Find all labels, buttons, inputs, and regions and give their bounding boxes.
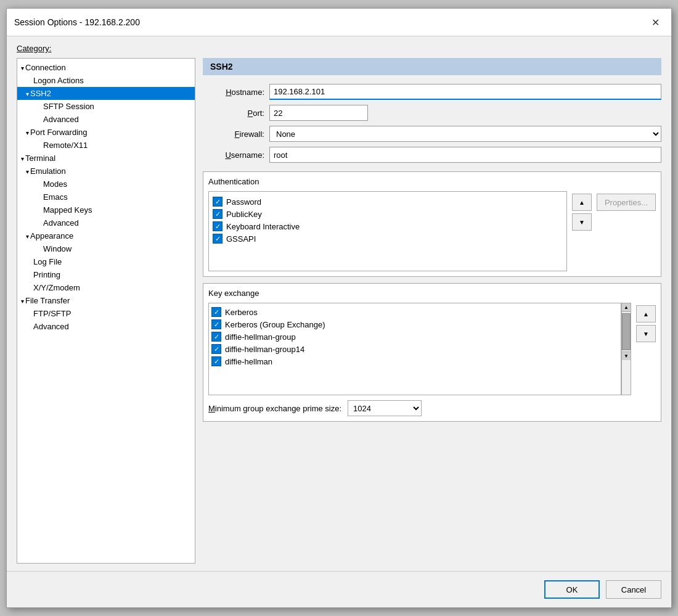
kex-down-button[interactable]: ▼	[636, 325, 656, 342]
tree-item-connection[interactable]: ▾Connection	[17, 61, 195, 74]
auth-item-gssapi[interactable]: ✓GSSAPI	[213, 232, 563, 245]
title-bar: Session Options - 192.168.2.200 ✕	[7, 9, 671, 36]
kex-checkbox-kerberos[interactable]: ✓	[211, 307, 221, 317]
form-area: Hostname: Port: Firewall:	[203, 81, 661, 165]
kex-label-kerberos-group: Kerberos (Group Exchange)	[225, 320, 325, 329]
tree-label-file-transfer: File Transfer	[25, 296, 70, 305]
tree-item-window[interactable]: Window	[17, 242, 195, 255]
tree-item-advanced-ssh2[interactable]: Advanced	[17, 113, 195, 126]
tree-item-remote-x11[interactable]: Remote/X11	[17, 139, 195, 152]
tree-item-port-forwarding[interactable]: ▾Port Forwarding	[17, 126, 195, 139]
tree-item-terminal[interactable]: ▾Terminal	[17, 152, 195, 165]
close-button[interactable]: ✕	[647, 14, 664, 31]
kex-checkbox-kerberos-group[interactable]: ✓	[211, 319, 221, 329]
auth-checkbox-gssapi[interactable]: ✓	[213, 234, 223, 244]
tree-item-mapped-keys[interactable]: Mapped Keys	[17, 203, 195, 216]
hostname-label: Hostname:	[203, 88, 264, 97]
tree-item-log-file[interactable]: Log File	[17, 255, 195, 268]
min-group-select[interactable]: 102420484096	[348, 400, 422, 416]
kex-up-button[interactable]: ▲	[636, 305, 656, 322]
authentication-section: Authentication ✓Password✓PublicKey✓Keybo…	[203, 171, 661, 277]
firewall-row: Firewall: NoneSOCKS4SOCKS5HTTP	[203, 126, 661, 142]
auth-arrows: ▲ ▼	[572, 191, 592, 271]
auth-item-keyboard-interactive[interactable]: ✓Keyboard Interactive	[213, 220, 563, 232]
auth-label-keyboard-interactive: Keyboard Interactive	[226, 222, 300, 231]
scrollbar-up-icon: ▲	[622, 303, 631, 312]
kex-item-kerberos[interactable]: ✓Kerberos	[211, 306, 618, 318]
username-input[interactable]	[269, 147, 661, 163]
tree-label-advanced-ft: Advanced	[33, 322, 69, 331]
scrollbar-thumb[interactable]	[622, 313, 631, 350]
dialog-title: Session Options - 192.168.2.200	[14, 17, 140, 27]
tree-arrow-ssh2: ▾	[26, 91, 29, 97]
main-content: ▾ConnectionLogon Actions▾SSH2SFTP Sessio…	[17, 58, 661, 564]
kex-label-kerberos: Kerberos	[225, 308, 258, 317]
auth-down-button[interactable]: ▼	[572, 213, 592, 231]
tree-item-emulation[interactable]: ▾Emulation	[17, 165, 195, 178]
firewall-label: Firewall:	[203, 129, 264, 139]
kex-list: ✓Kerberos✓Kerberos (Group Exchange)✓diff…	[208, 303, 621, 395]
dialog-body: Category: ▾ConnectionLogon Actions▾SSH2S…	[7, 36, 671, 571]
ok-button[interactable]: OK	[544, 580, 600, 599]
auth-label-gssapi: GSSAPI	[226, 234, 256, 244]
tree-item-ftp-sftp[interactable]: FTP/SFTP	[17, 307, 195, 320]
tree-arrow-emulation: ▾	[26, 168, 29, 175]
properties-button[interactable]: Properties...	[597, 194, 656, 211]
kex-item-dh-group[interactable]: ✓diffie-hellman-group	[211, 331, 618, 343]
kex-label-dh: diffie-hellman	[225, 357, 272, 366]
hostname-row: Hostname:	[203, 84, 661, 100]
port-label: Port:	[203, 109, 264, 118]
tree-label-xyz-modem: X/Y/Zmodem	[33, 283, 80, 292]
kex-label-dh-group: diffie-hellman-group	[225, 332, 296, 342]
firewall-select[interactable]: NoneSOCKS4SOCKS5HTTP	[269, 126, 661, 142]
auth-checkbox-password[interactable]: ✓	[213, 197, 223, 207]
auth-item-publickey[interactable]: ✓PublicKey	[213, 208, 563, 220]
port-input[interactable]	[269, 105, 368, 121]
tree-item-xyz-modem[interactable]: X/Y/Zmodem	[17, 281, 195, 294]
tree-item-printing[interactable]: Printing	[17, 268, 195, 281]
tree-label-printing: Printing	[33, 270, 60, 279]
category-tree[interactable]: ▾ConnectionLogon Actions▾SSH2SFTP Sessio…	[17, 58, 195, 564]
session-options-dialog: Session Options - 192.168.2.200 ✕ Catego…	[6, 8, 672, 608]
auth-up-button[interactable]: ▲	[572, 194, 592, 211]
tree-item-advanced-terminal[interactable]: Advanced	[17, 216, 195, 229]
auth-list: ✓Password✓PublicKey✓Keyboard Interactive…	[208, 191, 567, 271]
kex-inner: ✓Kerberos✓Kerberos (Group Exchange)✓diff…	[208, 303, 656, 395]
auth-inner: ✓Password✓PublicKey✓Keyboard Interactive…	[208, 191, 656, 271]
tree-arrow-terminal: ▾	[21, 155, 24, 162]
kex-scrollbar[interactable]: ▲ ▼	[621, 303, 631, 395]
hostname-input[interactable]	[269, 84, 661, 100]
tree-label-remote-x11: Remote/X11	[43, 141, 88, 150]
cancel-button[interactable]: Cancel	[606, 580, 661, 599]
tree-item-advanced-ft[interactable]: Advanced	[17, 320, 195, 333]
auth-label-publickey: PublicKey	[226, 210, 262, 219]
tree-arrow-appearance: ▾	[26, 233, 29, 240]
tree-label-advanced-ssh2: Advanced	[43, 115, 79, 124]
kex-checkbox-dh-group[interactable]: ✓	[211, 332, 221, 342]
auth-item-password[interactable]: ✓Password	[213, 195, 563, 208]
kex-item-kerberos-group[interactable]: ✓Kerberos (Group Exchange)	[211, 318, 618, 331]
tree-item-logon-actions[interactable]: Logon Actions	[17, 74, 195, 87]
tree-item-file-transfer[interactable]: ▾File Transfer	[17, 294, 195, 307]
tree-label-ftp-sftp: FTP/SFTP	[33, 309, 71, 318]
tree-label-log-file: Log File	[33, 257, 62, 266]
kex-checkbox-dh[interactable]: ✓	[211, 356, 221, 366]
key-exchange-section: Key exchange ✓Kerberos✓Kerberos (Group E…	[203, 283, 661, 422]
tree-item-sftp-session[interactable]: SFTP Session	[17, 100, 195, 113]
auth-checkbox-publickey[interactable]: ✓	[213, 209, 223, 219]
auth-checkbox-keyboard-interactive[interactable]: ✓	[213, 221, 223, 231]
tree-item-modes[interactable]: Modes	[17, 178, 195, 191]
kex-checkbox-dh-group14[interactable]: ✓	[211, 344, 221, 354]
tree-item-emacs[interactable]: Emacs	[17, 191, 195, 203]
kex-label-dh-group14: diffie-hellman-group14	[225, 345, 304, 354]
tree-label-window: Window	[43, 244, 71, 253]
tree-label-appearance: Appearance	[30, 231, 73, 240]
tree-item-appearance[interactable]: ▾Appearance	[17, 229, 195, 242]
auth-label-password: Password	[226, 197, 261, 207]
tree-item-ssh2[interactable]: ▾SSH2	[17, 87, 195, 100]
category-label: Category:	[17, 44, 661, 53]
port-row: Port:	[203, 105, 661, 121]
kex-arrows: ▲ ▼	[636, 303, 656, 395]
kex-item-dh-group14[interactable]: ✓diffie-hellman-group14	[211, 343, 618, 355]
kex-item-dh[interactable]: ✓diffie-hellman	[211, 355, 618, 368]
